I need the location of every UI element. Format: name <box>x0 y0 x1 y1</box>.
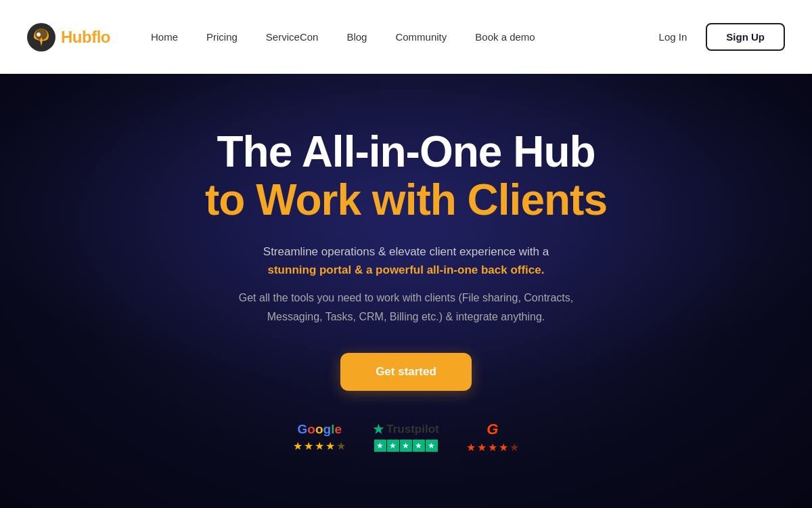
tp-star-5: ★ <box>426 440 438 452</box>
g2-rating: G ★ ★ ★ ★ ★ <box>466 421 519 454</box>
nav-servicecon[interactable]: ServiceCon <box>252 26 332 48</box>
google-rating: Google ★ ★ ★ ★ ★ <box>293 422 346 452</box>
star-1: ★ <box>293 440 302 452</box>
signup-button[interactable]: Sign Up <box>706 23 785 51</box>
nav-actions: Log In Sign Up <box>651 23 785 51</box>
hero-description: Get all the tools you need to work with … <box>210 289 602 325</box>
trustpilot-rating: ★ Trustpilot ★ ★ ★ ★ ★ <box>373 422 438 452</box>
hero-title: The All-in-One Hub to Work with Clients <box>205 128 607 224</box>
logo-text: Hubflo <box>61 28 110 47</box>
tp-star-2: ★ <box>387 440 399 452</box>
navbar: Hubflo Home Pricing ServiceCon Blog Comm… <box>0 0 812 74</box>
g2-star-3: ★ <box>488 441 497 454</box>
google-stars: ★ ★ ★ ★ ★ <box>293 440 346 452</box>
logo[interactable]: Hubflo <box>27 23 110 51</box>
g2-star-4: ★ <box>499 441 508 454</box>
star-3: ★ <box>315 440 324 452</box>
svg-point-1 <box>37 33 41 37</box>
g2-logo: G <box>487 421 498 438</box>
nav-pricing[interactable]: Pricing <box>193 26 251 48</box>
nav-links: Home Pricing ServiceCon Blog Community B… <box>137 26 651 48</box>
star-5: ★ <box>336 440 346 452</box>
nav-blog[interactable]: Blog <box>333 26 380 48</box>
star-2: ★ <box>304 440 313 452</box>
trustpilot-stars: ★ ★ ★ ★ ★ <box>374 440 438 452</box>
google-logo: Google <box>298 422 342 437</box>
tp-star-3: ★ <box>400 440 412 452</box>
get-started-button[interactable]: Get started <box>340 353 472 391</box>
nav-community[interactable]: Community <box>382 26 460 48</box>
login-button[interactable]: Log In <box>651 26 696 48</box>
g2-stars: ★ ★ ★ ★ ★ <box>466 441 519 454</box>
nav-book-demo[interactable]: Book a demo <box>461 26 548 48</box>
g2-star-2: ★ <box>477 441 487 454</box>
trustpilot-logo: ★ Trustpilot <box>373 422 438 437</box>
hero-subtitle: Streamline operations & elevate client e… <box>205 242 607 279</box>
hubflo-logo-icon <box>27 23 55 51</box>
star-4: ★ <box>325 440 335 452</box>
hero-section: The All-in-One Hub to Work with Clients … <box>0 74 812 508</box>
g2-star-1: ★ <box>466 441 476 454</box>
tp-star-4: ★ <box>413 440 425 452</box>
nav-home[interactable]: Home <box>137 26 191 48</box>
tp-star-1: ★ <box>374 440 386 452</box>
hero-content: The All-in-One Hub to Work with Clients … <box>205 128 607 454</box>
ratings-row: Google ★ ★ ★ ★ ★ ★ Trustpilot ★ ★ <box>205 421 607 454</box>
g2-star-5: ★ <box>510 441 519 454</box>
